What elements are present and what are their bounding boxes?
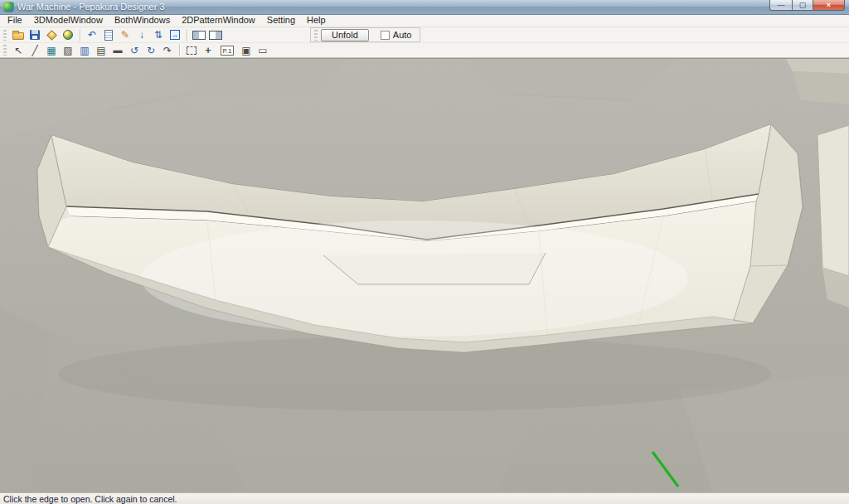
close-icon: ×	[827, 1, 831, 9]
menu-help[interactable]: Help	[301, 14, 332, 27]
pepakura-app-icon	[3, 2, 14, 12]
show-mesh-button[interactable]: ▦	[44, 44, 59, 56]
toolbar-separator	[179, 44, 180, 56]
spec-sheet-button[interactable]	[101, 28, 116, 42]
toolbar-grip[interactable]	[314, 30, 318, 41]
select-area-button[interactable]	[184, 44, 199, 56]
shade-icon: ▨	[63, 46, 72, 56]
window-title: War Machine - Pepakura Designer 3	[17, 2, 165, 12]
menu-bar: File 3DModelWindow BothWindows 2DPattern…	[0, 15, 849, 27]
erase-bar-icon: ▬	[114, 46, 123, 55]
main-toolbar: ↶ ✎ ↓ ⇅ → Unfold Auto	[0, 27, 849, 44]
floppy-icon	[30, 30, 40, 40]
shading-button[interactable]: ▨	[61, 44, 75, 56]
menu-setting[interactable]: Setting	[261, 14, 301, 27]
divide-line-icon: ╱	[32, 46, 37, 56]
minimize-icon: —	[778, 1, 785, 9]
auto-unfold-checkbox[interactable]	[381, 31, 390, 40]
status-message: Click the edge to open. Click again to c…	[3, 494, 177, 504]
arrange-icon: ▣	[241, 46, 250, 56]
open-file-icon[interactable]	[11, 28, 26, 42]
rotate-left-button[interactable]: ↺	[127, 44, 142, 56]
3d-model-canvas[interactable]	[0, 59, 849, 492]
toolbar-grip[interactable]	[3, 30, 7, 41]
sync-views-button[interactable]: ⇅	[151, 28, 166, 42]
curved-arrow-icon: ↷	[163, 46, 172, 56]
page-number-icon: P.1	[221, 46, 235, 56]
reroll-edge-button[interactable]: ↷	[160, 44, 175, 56]
divide-edge-button[interactable]: ╱	[27, 44, 42, 56]
show-2d-window-button[interactable]	[208, 28, 223, 42]
title-bar: War Machine - Pepakura Designer 3 — ▢ ×	[0, 0, 849, 15]
paper-icon: ▭	[258, 46, 267, 56]
window-controls: — ▢ ×	[769, 0, 845, 11]
undo-icon: ↶	[88, 30, 96, 40]
gem-icon	[46, 30, 57, 41]
window-layout-3d-icon	[192, 31, 206, 40]
select-arrow-icon: ↖	[14, 46, 22, 56]
menu-both-windows[interactable]: BothWindows	[109, 14, 176, 27]
remove-edge-button[interactable]: ▬	[110, 44, 125, 56]
up-down-arrows-icon: ⇅	[154, 30, 163, 40]
arrange-parts-button[interactable]: ▣	[239, 44, 254, 56]
auto-unfold-label: Auto	[393, 30, 412, 40]
maximize-button[interactable]: ▢	[792, 0, 813, 11]
toolbar-separator	[80, 29, 80, 41]
3d-viewport[interactable]	[0, 58, 849, 492]
sphere-icon	[63, 30, 73, 40]
save-file-icon[interactable]	[27, 28, 42, 42]
export-button[interactable]: →	[167, 28, 182, 42]
rotate-left-icon: ↺	[130, 46, 138, 56]
material-ball-icon[interactable]	[61, 28, 75, 42]
texture-setting-icon[interactable]	[44, 28, 59, 42]
pencil-icon: ✎	[121, 30, 129, 40]
maximize-icon: ▢	[799, 1, 807, 9]
dashed-box-icon	[187, 46, 196, 55]
app-window: War Machine - Pepakura Designer 3 — ▢ × …	[0, 0, 849, 504]
unfold-button[interactable]: Unfold	[321, 29, 369, 41]
arrow-down-icon: ↓	[139, 30, 144, 40]
texture-face-icon: ▤	[96, 46, 105, 56]
export-box-icon: →	[170, 30, 180, 40]
grid-icon: ▦	[46, 46, 56, 56]
folder-icon	[12, 32, 24, 40]
window-layout-2d-icon	[209, 31, 222, 40]
undo-button[interactable]: ↶	[85, 28, 99, 42]
rotate-right-button[interactable]: ↻	[143, 44, 158, 56]
flap-icon: ▥	[80, 46, 89, 56]
menu-file[interactable]: File	[2, 14, 28, 27]
crosshair-icon: +	[205, 46, 211, 56]
import-button[interactable]: ↓	[134, 28, 149, 42]
toolbar-grip[interactable]	[3, 45, 7, 56]
show-flaps-button[interactable]: ▥	[77, 44, 92, 56]
unfold-toolbar-island: Unfold Auto	[310, 27, 420, 42]
move-part-button[interactable]: +	[201, 44, 216, 56]
status-bar: Click the edge to open. Click again to c…	[0, 492, 849, 504]
select-tool-button[interactable]: ↖	[11, 44, 26, 56]
close-button[interactable]: ×	[813, 0, 845, 11]
edit-mode-button[interactable]: ✎	[118, 28, 133, 42]
print-setup-button[interactable]: ▭	[255, 44, 270, 56]
sheet-lines-icon	[104, 30, 113, 41]
toolbar-separator	[187, 29, 187, 41]
minimize-button[interactable]: —	[769, 0, 792, 11]
export-arrow-icon: →	[172, 31, 179, 39]
rotate-right-icon: ↻	[147, 46, 155, 56]
menu-2d-pattern-window[interactable]: 2DPatternWindow	[176, 14, 261, 27]
show-texture-button[interactable]: ▤	[94, 44, 109, 56]
page-number-button[interactable]: P.1	[217, 44, 237, 56]
edit-toolbar: ↖ ╱ ▦ ▨ ▥ ▤ ▬ ↺ ↻ ↷ + P.1 ▣ ▭	[0, 43, 849, 58]
menu-3d-model-window[interactable]: 3DModelWindow	[28, 14, 109, 27]
show-3d-window-button[interactable]	[192, 28, 206, 42]
